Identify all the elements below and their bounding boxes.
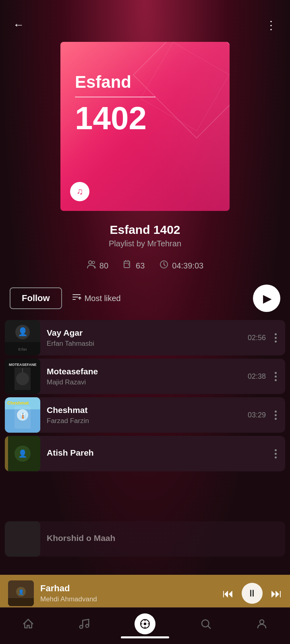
svg-text:Cheshmat: Cheshmat [7, 400, 29, 405]
song-more-button[interactable] [269, 333, 285, 343]
svg-point-1 [92, 261, 95, 264]
song-name: Atish Pareh [47, 448, 259, 458]
album-art[interactable]: Esfand 1402 ♫ [60, 42, 230, 211]
sort-label: Most liked [85, 294, 121, 303]
now-playing-title: Farhad [40, 583, 216, 594]
album-logo: ♫ [70, 182, 89, 201]
song-info: Moteasefane Majid Razavi [40, 367, 248, 386]
sort-icon [72, 292, 81, 304]
followers-count: 80 [99, 261, 108, 270]
svg-text:👤: 👤 [18, 327, 28, 336]
controls-row: Follow Most liked ▶ [0, 281, 290, 320]
song-item[interactable]: 👤 Atish Pareh [5, 436, 285, 471]
song-duration: 02:56 [248, 334, 269, 342]
previous-button[interactable]: ⏮ [222, 587, 234, 600]
svg-point-29 [80, 625, 83, 629]
nav-profile[interactable] [256, 618, 268, 630]
nav-home[interactable] [22, 618, 34, 630]
song-item[interactable]: MOTEASEFANE Moteasefane Majid Razavi 02:… [5, 359, 285, 394]
nav-search[interactable] [200, 618, 212, 630]
now-playing-bar: 👤 Farhad Mehdi Ahmadvand ⏮ ⏸ ⏭ [0, 575, 290, 612]
more-options-button[interactable]: ⋮ [263, 16, 280, 34]
song-item[interactable]: 👤 Erfan Vay Agar Erfan Tahmasbi 02:56 [5, 320, 285, 355]
header: ← ⋮ [0, 0, 290, 42]
now-playing-artist: Mehdi Ahmadvand [40, 595, 216, 603]
duration-icon [159, 260, 169, 272]
song-info: Atish Pareh [40, 448, 266, 460]
song-artist: Erfan Tahmasbi [47, 340, 241, 348]
back-button[interactable]: ← [10, 16, 27, 34]
partial-song-item[interactable]: Khorshid o Maah [5, 521, 285, 557]
album-art-title: Esfand [75, 72, 131, 92]
svg-rect-28 [8, 598, 34, 606]
song-name: Moteasefane [47, 367, 241, 376]
song-name: Cheshmat [47, 405, 241, 415]
sort-button[interactable]: Most liked [68, 289, 124, 308]
svg-point-0 [89, 261, 92, 264]
song-more-button[interactable] [269, 372, 285, 381]
duration-stat: 04:39:03 [159, 260, 203, 272]
song-duration: 02:38 [248, 372, 269, 381]
more-dots-icon: ⋮ [265, 19, 278, 32]
followers-stat: 80 [87, 260, 108, 272]
home-indicator [121, 636, 169, 638]
song-info: Khorshid o Maah [40, 533, 285, 545]
play-all-button[interactable]: ▶ [253, 285, 280, 312]
svg-text:👤: 👤 [18, 589, 24, 595]
tracks-icon [123, 260, 133, 272]
back-arrow-icon: ← [13, 19, 24, 31]
song-thumbnail [5, 521, 40, 557]
song-more-button[interactable] [269, 411, 285, 420]
duration-value: 04:39:03 [172, 261, 203, 270]
song-thumbnail: Cheshmat 👔 [5, 397, 40, 433]
follow-button[interactable]: Follow [10, 287, 62, 309]
svg-point-32 [144, 623, 147, 625]
svg-point-34 [260, 620, 264, 624]
song-thumbnail: 👤 [5, 436, 40, 471]
song-duration: 03:29 [248, 411, 269, 419]
bottom-navigation [0, 607, 290, 644]
nav-music[interactable] [78, 618, 90, 630]
tracks-count: 63 [136, 261, 145, 270]
playlist-info: Esfand 1402 Playlist by MrTehran [0, 219, 290, 255]
song-artist: Majid Razavi [47, 378, 241, 386]
playlist-by: Playlist by MrTehran [10, 239, 280, 248]
stats-row: 80 63 04:39:03 [0, 255, 290, 281]
nav-player[interactable] [135, 613, 155, 634]
logo-icon: ♫ [77, 186, 83, 197]
svg-text:👤: 👤 [18, 449, 27, 458]
svg-point-13 [16, 372, 29, 385]
song-info: Vay Agar Erfan Tahmasbi [40, 328, 248, 348]
song-name: Vay Agar [47, 328, 241, 338]
tracks-stat: 63 [123, 260, 145, 272]
now-playing-thumbnail: 👤 [8, 580, 34, 606]
song-thumbnail: MOTEASEFANE [5, 359, 40, 394]
next-button[interactable]: ⏭ [271, 587, 282, 600]
now-playing-controls: ⏮ ⏸ ⏭ [222, 583, 282, 604]
svg-text:Erfan: Erfan [18, 347, 27, 351]
album-art-year: 1402 [75, 102, 147, 134]
song-artist: Farzad Farzin [47, 417, 241, 425]
song-item[interactable]: Cheshmat 👔 Cheshmat Farzad Farzin 03:29 [5, 397, 285, 433]
song-list: 👤 Erfan Vay Agar Erfan Tahmasbi 02:56 [0, 320, 290, 471]
pause-button[interactable]: ⏸ [242, 583, 263, 604]
svg-rect-24 [5, 436, 8, 471]
album-divider [75, 97, 155, 97]
followers-icon [87, 260, 96, 272]
svg-text:👔: 👔 [19, 412, 27, 419]
song-thumbnail: 👤 Erfan [5, 320, 40, 355]
svg-rect-2 [124, 261, 130, 268]
album-art-container: Esfand 1402 ♫ [0, 42, 290, 219]
song-info: Cheshmat Farzad Farzin [40, 405, 248, 425]
svg-text:MOTEASEFANE: MOTEASEFANE [9, 363, 37, 367]
play-all-icon: ▶ [263, 292, 272, 305]
now-playing-info: Farhad Mehdi Ahmadvand [34, 583, 222, 603]
playlist-title: Esfand 1402 [10, 223, 280, 237]
song-more-button[interactable] [269, 449, 285, 458]
svg-point-30 [86, 624, 89, 627]
song-name: Khorshid o Maah [47, 533, 279, 543]
